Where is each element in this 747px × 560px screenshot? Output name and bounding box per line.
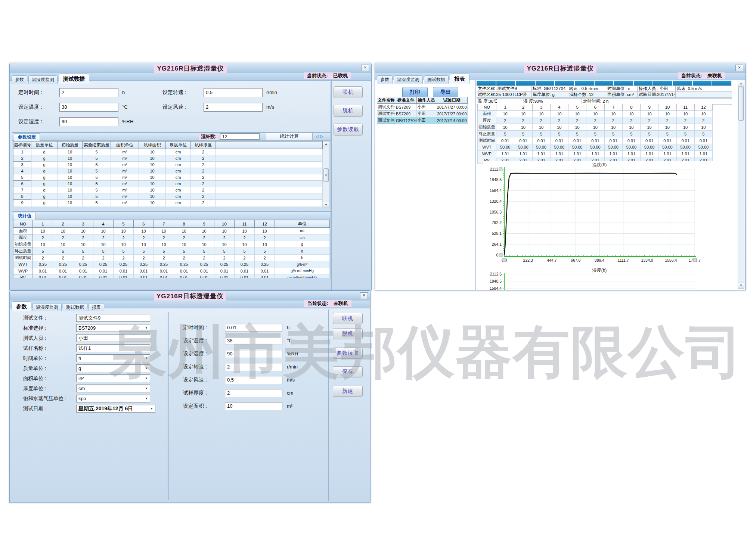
cell[interactable]: 3 — [13, 162, 31, 168]
close-icon[interactable]: × — [735, 65, 743, 71]
cell[interactable]: m² — [111, 174, 139, 181]
chevron-down-icon[interactable]: ▼ — [150, 407, 153, 410]
param-row[interactable]: 5g105m²10cm2 — [13, 174, 323, 181]
cell[interactable]: 10 — [139, 149, 166, 155]
mass-unit-select[interactable]: g▼ — [76, 364, 150, 372]
cell[interactable]: 10 — [139, 187, 166, 193]
titlebar[interactable]: YG216R日标透湿量仪 × — [10, 291, 370, 301]
cell[interactable]: 10 — [139, 174, 166, 181]
param-row[interactable]: 6g105m²10cm2 — [13, 181, 323, 187]
cell[interactable]: 5 — [83, 187, 111, 193]
scrollbar-thumb[interactable] — [738, 87, 744, 121]
cell[interactable]: g — [31, 168, 58, 174]
cell[interactable]: cm — [166, 181, 191, 187]
tab-test-data[interactable]: 测试数据 — [424, 75, 449, 84]
cell[interactable] — [216, 187, 323, 193]
cell[interactable]: cm — [166, 168, 191, 174]
cell[interactable]: 2 — [191, 200, 216, 206]
cell[interactable]: cm — [166, 162, 191, 168]
chevron-down-icon[interactable]: ▼ — [145, 367, 148, 370]
scroll-down-icon[interactable]: ▼ — [738, 283, 744, 288]
cell[interactable]: 10 — [58, 174, 83, 181]
new-button[interactable]: 新建 — [333, 386, 363, 397]
cell[interactable]: 10 — [58, 149, 83, 155]
print-button[interactable]: 打印 — [402, 87, 428, 97]
tab-params[interactable]: 参数 — [377, 75, 393, 84]
cell[interactable]: cm — [166, 193, 191, 200]
temperature-input[interactable]: 38 — [59, 103, 118, 112]
read-params-button[interactable]: 参数读取 — [334, 124, 363, 136]
cup-count-input[interactable]: 12 — [220, 133, 260, 140]
cell[interactable]: 2 — [191, 193, 216, 200]
tab-test-data[interactable]: 测试数据 — [63, 303, 87, 311]
cell[interactable]: 10 — [139, 155, 166, 162]
cell[interactable]: 2 — [191, 162, 216, 168]
param-row[interactable]: 8g105m²10cm2 — [13, 193, 323, 200]
cell[interactable]: 2 — [191, 174, 216, 181]
param-table-scrollbar[interactable]: ▲ ≡ ▼ — [323, 141, 329, 208]
cell[interactable] — [216, 193, 323, 200]
standard-select[interactable]: BS7209▼ — [76, 324, 150, 332]
cell[interactable] — [216, 168, 323, 174]
cell[interactable]: 10 — [139, 200, 166, 206]
humidity-input[interactable]: 90 — [59, 117, 118, 126]
file-row[interactable]: 测试文件9BS7209小田2017/7/27 00:00 — [377, 104, 468, 111]
wind-speed-input[interactable]: 0.5 — [225, 376, 282, 384]
time-unit-select[interactable]: h▼ — [76, 354, 150, 362]
cell[interactable]: g — [31, 149, 58, 155]
cell[interactable]: 10 — [58, 162, 83, 168]
speed-input[interactable]: 2 — [225, 363, 282, 371]
scrollbar-thumb[interactable]: ≡ — [323, 168, 329, 182]
cell[interactable]: 5 — [13, 174, 31, 181]
cell[interactable] — [216, 174, 323, 181]
cell[interactable]: cm — [166, 200, 191, 206]
disconnect-button[interactable]: 脱机 — [334, 105, 363, 117]
cell[interactable]: g — [31, 174, 58, 181]
cell[interactable]: 10 — [58, 168, 83, 174]
param-row[interactable]: 9g105m²10cm2 — [13, 200, 323, 206]
cell[interactable]: 1 — [13, 149, 31, 155]
humidity-input[interactable]: 90 — [225, 350, 282, 358]
titlebar[interactable]: YG216R日标透湿量仪 × — [10, 63, 371, 73]
cell[interactable]: g — [31, 193, 58, 200]
connect-button[interactable]: 联机 — [333, 313, 363, 324]
file-row[interactable]: 测试文件1GB/T12704小田2017/7/14 00:00 — [377, 117, 468, 124]
cell[interactable]: 5 — [83, 206, 111, 208]
disconnect-button[interactable]: 脱机 — [333, 328, 363, 339]
cell[interactable]: cm — [166, 187, 191, 193]
thickness-input[interactable]: 2 — [225, 389, 282, 397]
cell[interactable]: g — [31, 155, 58, 162]
cell[interactable]: 10 — [139, 162, 166, 168]
area-unit-select[interactable]: in²▼ — [76, 374, 150, 382]
cell[interactable]: g — [31, 187, 58, 193]
test-file-input[interactable]: 测试文件9 — [76, 314, 150, 322]
cell[interactable]: 10 — [139, 206, 166, 208]
cell[interactable]: cm — [166, 155, 191, 162]
cell[interactable]: 10 — [13, 206, 31, 208]
cell[interactable]: m² — [111, 168, 139, 174]
param-row[interactable]: 1g105m²10cm2 — [13, 149, 323, 155]
cell[interactable] — [216, 155, 323, 162]
read-params-button[interactable]: 参数读取 — [333, 348, 363, 359]
cell[interactable]: 5 — [83, 149, 111, 155]
cell[interactable] — [216, 200, 323, 206]
save-button[interactable]: 保存 — [333, 366, 363, 377]
cell[interactable]: 5 — [83, 200, 111, 206]
cell[interactable]: 10 — [139, 193, 166, 200]
scroll-down-icon[interactable]: ▼ — [323, 202, 329, 208]
cell[interactable]: 10 — [58, 181, 83, 187]
cell[interactable] — [216, 206, 323, 208]
timer-input[interactable]: 0.01 — [225, 324, 282, 332]
cell[interactable]: 2 — [13, 155, 31, 162]
cell[interactable] — [216, 149, 323, 155]
thickness-unit-select[interactable]: cm▼ — [76, 385, 150, 392]
cell[interactable]: cm — [166, 206, 191, 208]
cell[interactable]: 5 — [83, 174, 111, 181]
cell[interactable]: m² — [111, 193, 139, 200]
chevron-down-icon[interactable]: ▼ — [145, 357, 148, 360]
cell[interactable]: m² — [111, 206, 139, 208]
cell[interactable]: 2 — [191, 149, 216, 155]
file-row[interactable]: 测试文件6BS7209小田2017/7/27 00:00 — [377, 111, 468, 117]
tab-params[interactable]: 参数 — [12, 75, 27, 84]
cell[interactable]: 10 — [139, 181, 166, 187]
